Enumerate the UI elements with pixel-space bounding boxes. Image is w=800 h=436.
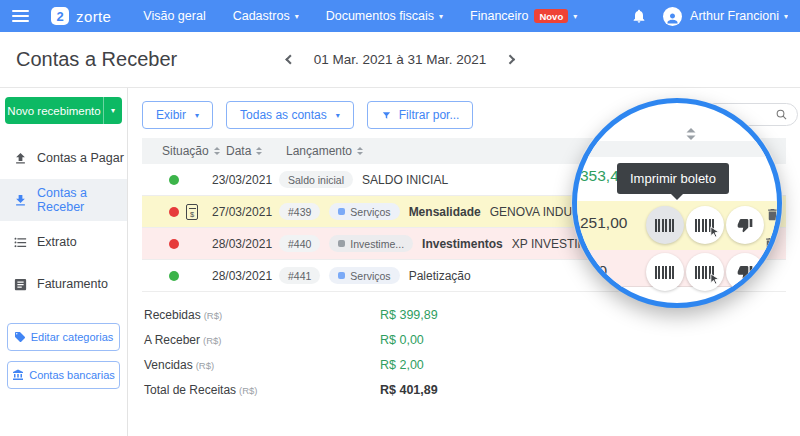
filter-funnel-icon — [381, 110, 392, 121]
entry-number-badge: #441 — [279, 267, 320, 284]
sort-icon — [687, 128, 696, 140]
nav-financeiro[interactable]: Financeiro Novo ▾ — [470, 9, 577, 23]
new-receipt-label[interactable]: Novo recebimento — [5, 97, 103, 124]
summary-row: A Receber(R$) R$ 0,00 — [142, 327, 786, 352]
date-cell: 28/03/2021 — [212, 237, 279, 251]
chevron-down-icon: ▾ — [195, 111, 199, 120]
brand-name: zorte — [76, 8, 111, 25]
user-avatar[interactable] — [663, 7, 682, 26]
trash-icon[interactable] — [765, 207, 780, 222]
thumbs-down-icon — [737, 264, 753, 280]
send-boleto-button[interactable] — [686, 206, 724, 244]
document-icon — [13, 277, 28, 292]
app-window: 2 zorte Visão geral Cadastros ▾ Document… — [0, 0, 800, 436]
sidebar-nav: Contas a Pagar Contas a Receber Extrato … — [0, 137, 127, 305]
status-cell — [156, 175, 192, 185]
download-icon — [13, 193, 28, 208]
hamburger-menu-icon[interactable] — [12, 10, 29, 22]
button-label: Editar categorias — [31, 331, 114, 343]
sidebar-item-contas-a-receber[interactable]: Contas a Receber — [0, 179, 127, 221]
status-dot-green — [169, 271, 179, 281]
accounts-filter-dropdown[interactable]: Todas as contas ▾ — [226, 101, 354, 129]
new-receipt-dropdown[interactable]: ▾ — [103, 97, 122, 124]
column-header-data[interactable]: Data — [226, 144, 286, 158]
summary-value: R$ 2,00 — [380, 358, 424, 372]
column-header-situacao[interactable]: Situação — [162, 144, 226, 158]
sidebar-item-faturamento[interactable]: Faturamento — [0, 263, 127, 305]
nav-cadastros[interactable]: Cadastros ▾ — [233, 9, 299, 23]
date-range-navigator: 01 Mar. 2021 à 31 Mar. 2021 — [287, 52, 514, 67]
nav-label: Financeiro — [470, 9, 528, 23]
barcode-icon — [655, 266, 675, 279]
sidebar-item-extrato[interactable]: Extrato — [0, 221, 127, 263]
button-label: Exibir — [156, 108, 186, 122]
list-icon — [13, 235, 28, 250]
thumbs-down-icon — [737, 217, 753, 233]
sort-icon — [214, 147, 220, 155]
summary-totals: Recebidas(R$) R$ 399,89 A Receber(R$) R$… — [142, 302, 786, 402]
sidebar-item-contas-a-pagar[interactable]: Contas a Pagar — [0, 137, 127, 179]
nav-visao-geral[interactable]: Visão geral — [143, 9, 205, 23]
status-dot-green — [169, 175, 179, 185]
category-color-icon — [338, 240, 345, 247]
notifications-bell-icon[interactable] — [631, 8, 647, 24]
currency-suffix: (R$) — [196, 360, 214, 371]
sidebar: Novo recebimento ▾ Contas a Pagar Contas… — [0, 88, 128, 436]
next-period-button[interactable] — [505, 55, 515, 65]
summary-label-text: Total de Receitas — [144, 383, 236, 397]
summary-value: R$ 0,00 — [380, 333, 424, 347]
summary-row: Total de Receitas(R$) R$ 401,89 — [142, 377, 786, 402]
exibir-dropdown[interactable]: Exibir ▾ — [142, 101, 213, 129]
navbar-right: Arthur Francioni ▾ — [631, 7, 788, 26]
button-label: Todas as contas — [240, 108, 327, 122]
new-receipt-button[interactable]: Novo recebimento ▾ — [5, 97, 122, 124]
launch-cell: #441 Serviços Paletização — [279, 267, 471, 284]
chevron-down-icon: ▾ — [784, 12, 788, 21]
brand-logo[interactable]: 2 zorte — [51, 7, 111, 25]
send-boleto-button[interactable] — [686, 253, 724, 291]
column-header-lancamento[interactable]: Lançamento — [286, 144, 363, 158]
date-cell: 27/03/2021 — [212, 205, 279, 219]
bank-accounts-button[interactable]: Contas bancarias — [7, 361, 120, 389]
edit-categories-button[interactable]: Editar categorias — [7, 323, 120, 351]
sidebar-item-label: Faturamento — [37, 277, 108, 291]
barcode-icon — [655, 219, 675, 232]
user-menu[interactable]: Arthur Francioni ▾ — [690, 9, 788, 23]
filter-by-button[interactable]: Filtrar por... — [367, 101, 474, 129]
summary-value: R$ 401,89 — [380, 383, 438, 397]
status-cell — [156, 271, 192, 281]
sort-icon — [357, 147, 363, 155]
boleto-icon: $ — [186, 204, 198, 220]
sidebar-item-label: Contas a Receber — [37, 186, 127, 214]
main-menu: Visão geral Cadastros ▾ Documentos fisca… — [143, 9, 577, 23]
mark-unpaid-button[interactable] — [726, 206, 764, 244]
page-header: Contas a Receber 01 Mar. 2021 à 31 Mar. … — [0, 32, 800, 88]
prev-period-button[interactable] — [285, 55, 295, 65]
bank-icon — [12, 369, 24, 381]
top-navbar: 2 zorte Visão geral Cadastros ▾ Document… — [0, 0, 800, 32]
print-boleto-button[interactable] — [646, 253, 684, 291]
category-color-icon — [338, 208, 345, 215]
entry-number-badge: #440 — [279, 235, 320, 252]
category-label: Serviços — [350, 206, 390, 218]
launch-cell: #440 Investime... Investimentos XP INVES… — [279, 235, 629, 252]
column-label: Lançamento — [286, 144, 352, 158]
print-boleto-button[interactable] — [646, 206, 684, 244]
entry-title: SALDO INICIAL — [362, 173, 448, 187]
nav-label: Documentos fiscais — [326, 9, 434, 23]
status-cell — [156, 239, 192, 249]
status-dot-red — [169, 239, 179, 249]
barcode-send-icon — [695, 266, 715, 279]
entry-title: Mensalidade — [409, 205, 481, 219]
entry-title: Paletização — [409, 269, 471, 283]
currency-suffix: (R$) — [203, 335, 221, 346]
chevron-down-icon: ▾ — [111, 106, 115, 115]
cursor-arrow-icon — [709, 226, 720, 237]
chevron-down-icon: ▾ — [295, 12, 299, 21]
category-color-icon — [338, 272, 345, 279]
nav-documentos-fiscais[interactable]: Documentos fiscais ▾ — [326, 9, 443, 23]
search-icon — [775, 108, 788, 121]
nav-label: Visão geral — [143, 9, 205, 23]
cursor-arrow-icon — [709, 273, 720, 284]
button-label: Filtrar por... — [399, 108, 460, 122]
